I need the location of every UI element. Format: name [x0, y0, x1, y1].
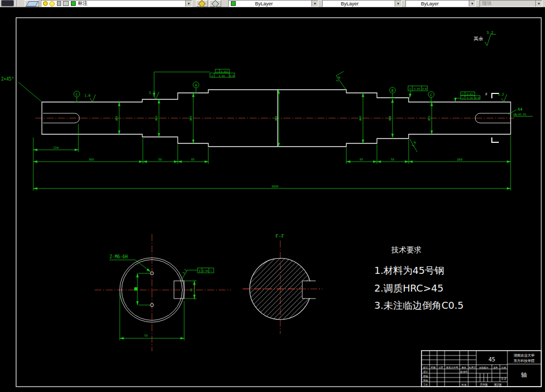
tech-req-item-1: 1.材料为45号钢	[374, 265, 444, 276]
svg-text:1.6: 1.6	[84, 93, 91, 98]
datum-right: C	[428, 92, 434, 103]
svg-text:55: 55	[144, 334, 148, 337]
roughness-3-2-right: 3.2	[498, 92, 507, 102]
svg-text:签名: 签名	[462, 366, 467, 369]
chevron-down-icon[interactable]: ▾	[395, 1, 401, 6]
svg-text:0.04: 0.04	[202, 270, 208, 272]
svg-text:批准: 批准	[461, 383, 467, 386]
technical-requirements: 技术要求 1.材料为45号钢 2.调质HRC>45 3.未注临边倒角C0.5	[374, 245, 463, 311]
make-object-layer-current-button[interactable]	[196, 0, 208, 7]
svg-text:B: B	[391, 89, 394, 93]
material-cell: 45	[489, 357, 496, 362]
plot-style-combo: 随块 ▾	[479, 0, 542, 7]
svg-text:368: 368	[89, 158, 94, 161]
datum-a: A	[193, 82, 199, 93]
org-line-1: 湖南农业大学	[514, 353, 535, 358]
svg-text:∥: ∥	[199, 269, 201, 273]
svg-text:工艺: 工艺	[423, 383, 428, 386]
section-cut-marks: F	[485, 92, 499, 142]
svg-text:0.04: 0.04	[414, 88, 420, 90]
bulb-on-icon	[43, 1, 48, 6]
general-roughness-value: 3.2	[486, 31, 493, 35]
section-view-label: F-F	[275, 234, 284, 239]
svg-text:校核: 校核	[423, 375, 428, 378]
svg-text:A: A	[195, 83, 197, 88]
sheet-number: 第2张	[494, 383, 502, 387]
svg-text:16: 16	[190, 288, 193, 292]
svg-text:年月日: 年月日	[469, 366, 476, 369]
svg-text:58: 58	[158, 158, 162, 161]
svg-text:◎: ◎	[211, 74, 213, 77]
svg-text:0.025: 0.025	[221, 70, 228, 73]
svg-text:Ø63: Ø63	[155, 115, 158, 120]
svg-text:重量: 重量	[493, 366, 498, 369]
svg-text:0.03: 0.03	[467, 93, 473, 96]
sun-freeze-icon	[49, 1, 55, 6]
svg-text:分区: 分区	[439, 366, 444, 369]
org-line-2: 东方科技学院	[514, 359, 535, 363]
layers-icon	[26, 1, 38, 6]
linetype-value: ByLayer	[341, 1, 359, 6]
layer-properties-button[interactable]	[25, 0, 39, 7]
svg-text:58: 58	[391, 158, 395, 161]
svg-text:A–B: A–B	[475, 97, 479, 99]
general-roughness-note: 其余 3.2	[474, 31, 496, 46]
svg-text:◎: ◎	[462, 96, 463, 99]
app-icon[interactable]	[1, 0, 14, 6]
plot-style-value: 随块	[482, 0, 492, 7]
roughness-symbols: 1.6 3.2 1.6 3.2 1.6	[84, 71, 507, 152]
chevron-down-icon[interactable]: ▾	[185, 1, 192, 6]
color-combo[interactable]: ByLayer ▾	[228, 0, 318, 7]
tech-req-item-2: 2.调质HRC>45	[374, 282, 444, 294]
svg-text:设计: 设计	[423, 370, 428, 373]
svg-text:280: 280	[457, 158, 462, 161]
part-name: 轴	[521, 372, 527, 379]
svg-text:Ø85: Ø85	[359, 115, 362, 120]
scale-value: 1:2	[501, 376, 506, 380]
svg-text:Ø68: Ø68	[388, 115, 391, 120]
chevron-down-icon[interactable]: ▾	[469, 1, 475, 6]
svg-text:C: C	[210, 270, 212, 272]
chevron-down-icon[interactable]: ▾	[311, 1, 318, 6]
svg-text:0.04: 0.04	[219, 75, 225, 77]
svg-text:更改文件号: 更改文件号	[446, 366, 459, 369]
keyway-callout: A4 GB/45-55	[508, 107, 533, 117]
chevron-down-icon: ▾	[535, 1, 542, 6]
svg-text:1028: 1028	[271, 185, 278, 188]
lineweight-combo[interactable]: ByLayer ▾	[405, 0, 476, 7]
chamfer-text: 2×45°	[1, 77, 14, 82]
svg-text:○: ○	[216, 70, 218, 73]
layer-previous-button[interactable]	[209, 0, 221, 7]
current-layer-name: 标注	[78, 0, 88, 7]
layer-diamond-icon	[198, 0, 206, 8]
general-roughness-label: 其余	[474, 36, 483, 41]
datum-b: B	[390, 88, 396, 98]
svg-text:⌖: ⌖	[462, 92, 464, 96]
section-letter: F	[485, 92, 488, 97]
printer-icon	[63, 1, 69, 6]
roughness-bottom-slanted: 1.6	[410, 139, 417, 152]
roughness-1-6: 1.6	[84, 93, 96, 102]
color-swatch	[231, 1, 236, 6]
sheets-total: 共6张	[479, 383, 488, 387]
svg-text:Ø95: Ø95	[274, 115, 278, 120]
application-window: 标注 ▾ ByLayer ▾ ByLayer ▾ ByLayer ▾ 随块 ▾	[0, 0, 545, 392]
svg-text:1.6: 1.6	[411, 140, 417, 147]
thread-note: 2-M6-6H	[110, 255, 128, 259]
svg-text:C: C	[430, 93, 432, 97]
tech-req-item-3: 3.未注临边倒角C0.5	[374, 300, 463, 311]
svg-text:审核: 审核	[423, 379, 428, 382]
roughness-1-6-slanted: 1.6	[335, 71, 346, 90]
layer-combo[interactable]: 标注 ▾	[41, 0, 192, 7]
color-value: ByLayer	[255, 1, 273, 6]
svg-text:标记: 标记	[423, 366, 428, 369]
svg-text:85: 85	[191, 158, 195, 161]
fcf-2: ◎ 0.04 A–B	[408, 86, 427, 98]
linetype-combo[interactable]: ByLayer ▾	[322, 0, 402, 7]
drawing-canvas[interactable]: 其余 3.2 2×45° C	[0, 8, 545, 392]
left-end-view: 2-M6-6H 16 3.2 ∥ 0.04 C 55	[95, 234, 231, 351]
svg-text:处数: 处数	[431, 366, 437, 369]
toolbar-separator	[17, 0, 18, 6]
chamfer-note: 2×45°	[1, 77, 41, 101]
svg-text:65: 65	[360, 158, 364, 161]
